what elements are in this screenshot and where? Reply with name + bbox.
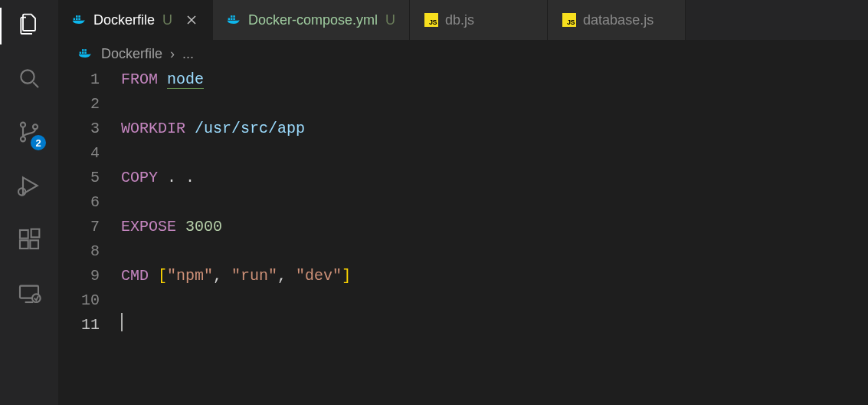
line-number: 4 [58,141,100,166]
svg-rect-26 [84,52,87,54]
tab-db-js[interactable]: JSdb.js [410,0,548,40]
code-line[interactable] [121,92,868,117]
code-area[interactable]: FROM nodeWORKDIR /usr/src/appCOPY . .EXP… [121,68,868,405]
token [149,267,158,285]
line-number-gutter: 1234567891011 [58,68,121,405]
token: COPY [121,169,158,186]
svg-rect-24 [80,52,82,54]
token: [ [158,267,167,285]
close-icon[interactable] [185,13,198,27]
token: WORKDIR [121,120,185,137]
svg-rect-23 [233,15,235,18]
search-activity[interactable] [14,64,44,95]
tab-docker-compose-yml[interactable]: Docker-compose.ymlU [213,0,410,40]
text-cursor [121,313,123,331]
breadcrumb[interactable]: Dockerfile › ... [58,40,868,68]
svg-rect-21 [233,18,235,21]
breadcrumb-more[interactable]: ... [182,46,194,62]
token: , [277,267,296,285]
svg-rect-14 [78,18,80,21]
activity-bar: 2 [0,0,58,405]
line-number: 1 [58,68,100,92]
js-icon: JS [424,12,439,28]
token: /usr/src/app [195,120,305,137]
source-control-activity[interactable]: 2 [14,118,44,149]
remote-activity[interactable] [14,279,44,310]
token: 3000 [185,218,222,235]
svg-rect-15 [76,15,78,18]
code-line[interactable]: EXPOSE 3000 [121,215,868,239]
code-line[interactable]: FROM node [121,68,868,92]
svg-point-4 [33,124,38,129]
editor[interactable]: 1234567891011 FROM nodeWORKDIR /usr/src/… [58,68,868,405]
code-line[interactable] [121,190,868,215]
breadcrumb-file[interactable]: Dockerfile [101,46,162,62]
code-line[interactable]: WORKDIR /usr/src/app [121,117,868,141]
svg-point-2 [21,123,25,127]
extensions-activity[interactable] [14,226,44,256]
svg-rect-25 [82,52,84,54]
code-line[interactable] [121,288,868,313]
svg-line-1 [33,82,38,87]
code-line[interactable] [121,239,868,264]
line-number: 7 [58,215,100,239]
svg-rect-22 [231,15,233,18]
token: "dev" [296,267,342,285]
docker-icon [227,12,242,28]
svg-rect-7 [20,240,28,249]
modified-indicator: U [162,12,172,28]
editor-group: DockerfileUDocker-compose.ymlUJSdb.jsJSd… [58,0,868,405]
tab-label: Dockerfile [93,12,155,28]
code-line[interactable]: COPY . . [121,166,868,190]
svg-rect-19 [228,18,231,21]
run-debug-activity[interactable] [14,172,44,202]
app-root: 2 [0,0,868,405]
token: node [167,71,204,89]
line-number: 8 [58,239,100,264]
svg-rect-6 [20,230,28,239]
code-line[interactable] [121,141,868,166]
line-number: 3 [58,117,100,141]
files-icon [17,12,41,40]
line-number: 6 [58,190,100,215]
tab-label: db.js [445,12,474,28]
token: , [213,267,231,285]
token [158,71,167,88]
svg-rect-9 [31,229,40,238]
token: ] [342,267,351,285]
explorer-activity[interactable] [14,11,44,41]
svg-rect-12 [74,18,76,21]
token: FROM [121,71,158,88]
svg-rect-20 [231,18,233,21]
modified-indicator: U [385,12,395,28]
token: "npm" [167,267,213,285]
line-number: 2 [58,92,100,117]
code-line[interactable] [121,313,868,338]
svg-rect-28 [84,49,87,51]
tab-database-js[interactable]: JSdatabase.js [548,0,686,40]
docker-icon [72,12,87,28]
token: . . [158,169,195,186]
js-icon: JS [562,12,577,28]
line-number: 9 [58,264,100,288]
token: "run" [231,267,277,285]
svg-point-3 [21,137,25,141]
docker-icon [78,46,93,61]
play-bug-icon [17,173,41,201]
svg-point-5 [18,188,25,195]
tab-dockerfile[interactable]: DockerfileU [58,0,213,40]
token [176,218,185,235]
svg-rect-16 [78,15,80,18]
svg-rect-13 [76,18,78,21]
token: EXPOSE [121,218,176,235]
scm-badge: 2 [31,135,46,150]
chevron-right-icon: › [170,46,175,62]
code-line[interactable]: CMD ["npm", "run", "dev"] [121,264,868,288]
remote-icon [17,281,41,308]
tab-label: database.js [583,12,653,28]
svg-rect-8 [30,240,38,249]
line-number: 11 [58,313,100,338]
svg-rect-27 [82,49,84,51]
token: CMD [121,267,149,285]
tab-bar: DockerfileUDocker-compose.ymlUJSdb.jsJSd… [58,0,868,40]
